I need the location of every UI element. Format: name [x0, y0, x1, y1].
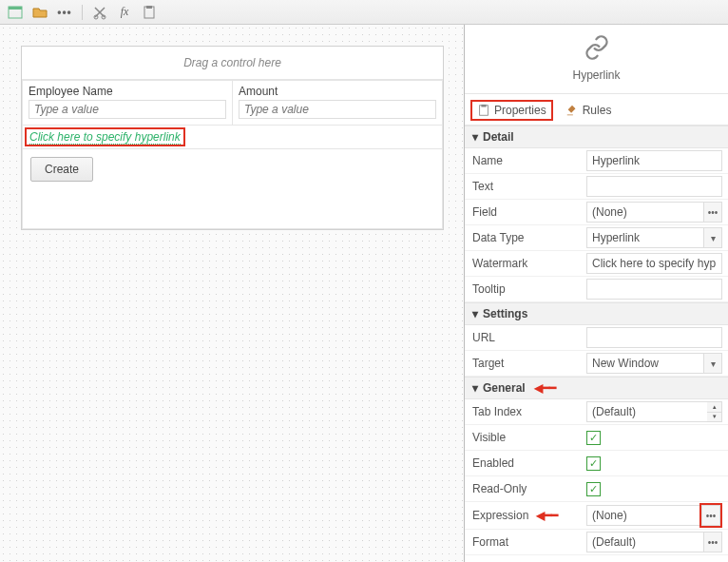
tab-rules[interactable]: Rules [561, 102, 617, 119]
prop-enabled: Enabled✓ [465, 451, 728, 476]
format-ellipsis-button[interactable]: ••• [703, 532, 722, 552]
spinner-up: ▴ [707, 402, 721, 413]
hyperlink-control[interactable]: Click here to specify hyperlink [29, 130, 181, 145]
employee-name-cell: Employee Name [22, 80, 233, 126]
form-fields-row: Employee Name Amount [22, 80, 443, 126]
drop-zone[interactable]: Drag a control here [22, 47, 443, 80]
prop-name: Name [465, 148, 728, 174]
prop-readonly: Read-Only✓ [465, 476, 728, 502]
tab-properties-label: Properties [494, 104, 546, 117]
hyperlink-highlight: Click here to specify hyperlink [25, 127, 185, 146]
amount-label: Amount [239, 85, 436, 98]
datatype-chevron[interactable]: ▾ [703, 227, 722, 248]
svg-rect-7 [481, 105, 486, 107]
toolbar-fx-icon[interactable]: fx [117, 5, 132, 20]
tooltip-input[interactable] [586, 279, 722, 300]
svg-rect-5 [146, 6, 152, 9]
expression-ellipsis-button[interactable]: ••• [701, 505, 720, 526]
tab-properties[interactable]: Properties [470, 100, 553, 121]
employee-name-label: Employee Name [29, 85, 226, 98]
design-canvas[interactable]: Drag a control here Employee Name Amount… [0, 25, 465, 562]
svg-rect-1 [9, 7, 22, 10]
panel-header: Hyperlink [465, 25, 728, 94]
tab-rules-label: Rules [583, 104, 612, 117]
chevron-down-icon: ▾ [472, 307, 478, 320]
prop-watermark: Watermark [465, 251, 728, 277]
toolbar-open-icon[interactable] [32, 5, 48, 20]
employee-name-input[interactable] [29, 100, 226, 119]
form-card: Drag a control here Employee Name Amount… [21, 46, 444, 230]
section-general[interactable]: ▾General◀━━ [465, 377, 728, 399]
panel-tabs: Properties Rules [465, 94, 728, 126]
section-settings[interactable]: ▾Settings [465, 302, 728, 325]
target-chevron[interactable]: ▾ [703, 353, 722, 374]
field-ellipsis-button[interactable]: ••• [703, 202, 722, 223]
prop-visible: Visible✓ [465, 425, 728, 451]
expression-button-highlight: ••• [699, 503, 722, 528]
readonly-checkbox[interactable]: ✓ [586, 482, 601, 496]
expression-value[interactable]: (None) [586, 505, 699, 526]
toolbar-clipboard-icon[interactable] [142, 5, 157, 20]
button-row: Create [22, 149, 443, 229]
field-value[interactable]: (None) [586, 202, 703, 223]
prop-tabindex: Tab Index(Default)▴▾ [465, 399, 728, 425]
panel-title: Hyperlink [465, 68, 728, 82]
hyperlink-row: Click here to specify hyperlink [22, 126, 443, 149]
target-select[interactable]: New Window [586, 353, 703, 374]
clipboard-icon [477, 104, 490, 117]
prop-url: URL [465, 325, 728, 351]
text-input[interactable] [586, 176, 722, 197]
properties-panel: Hyperlink Properties Rules ▾Detail Name … [465, 25, 728, 562]
gavel-icon [565, 104, 579, 117]
toolbar-cut-icon[interactable] [92, 5, 107, 20]
tabindex-spinner[interactable]: ▴▾ [707, 401, 722, 422]
visible-checkbox[interactable]: ✓ [586, 431, 601, 445]
name-input[interactable] [586, 150, 722, 171]
amount-cell: Amount [233, 80, 443, 126]
prop-tooltip: Tooltip [465, 277, 728, 302]
prop-target: TargetNew Window▾ [465, 351, 728, 377]
link-icon [584, 34, 610, 61]
create-button[interactable]: Create [30, 157, 93, 182]
enabled-checkbox[interactable]: ✓ [586, 456, 601, 471]
format-value[interactable]: (Default) [586, 532, 703, 552]
spinner-down: ▾ [707, 413, 721, 422]
prop-datatype: Data TypeHyperlink▾ [465, 225, 728, 251]
prop-format: Format(Default)••• [465, 530, 728, 555]
chevron-down-icon: ▾ [472, 381, 478, 395]
prop-text: Text [465, 174, 728, 200]
toolbar-more-icon[interactable]: ••• [57, 5, 72, 20]
watermark-input[interactable] [586, 253, 722, 274]
top-toolbar: ••• fx [0, 0, 728, 25]
arrow-annotation: ◀━━ [534, 381, 556, 395]
chevron-down-icon: ▾ [472, 130, 478, 144]
prop-field: Field(None)••• [465, 200, 728, 225]
toolbar-db-icon[interactable] [8, 5, 23, 20]
arrow-annotation: ◀━━ [536, 509, 558, 522]
tabindex-value[interactable]: (Default) [586, 401, 707, 422]
datatype-select[interactable]: Hyperlink [586, 227, 703, 248]
toolbar-separator [82, 5, 83, 20]
prop-expression: Expression ◀━━(None)••• [465, 502, 728, 530]
amount-input[interactable] [239, 100, 436, 119]
section-detail[interactable]: ▾Detail [465, 126, 728, 148]
url-input[interactable] [586, 327, 722, 348]
